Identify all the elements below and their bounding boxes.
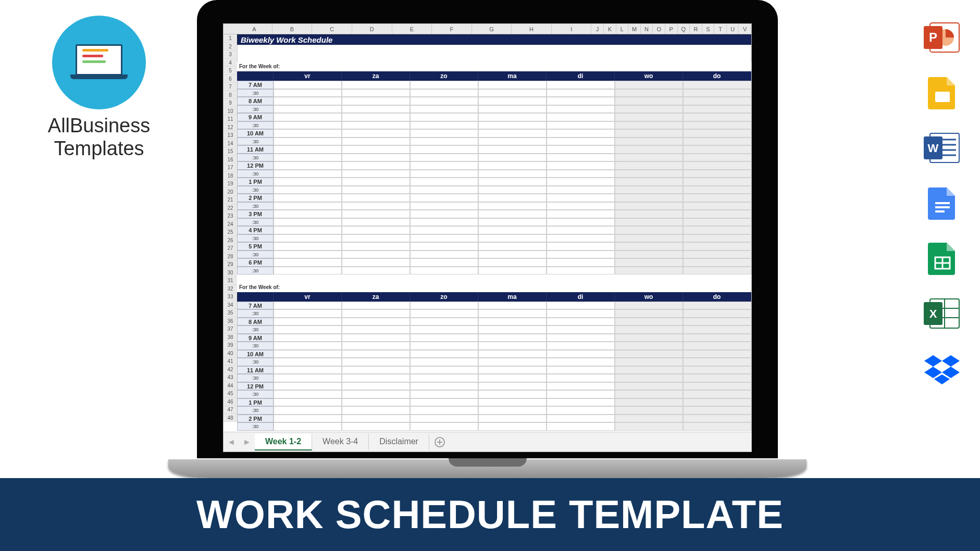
brand-circle-icon xyxy=(52,16,146,109)
schedule-grid-2[interactable]: 7 AM:308 AM:309 AM:3010 AM:3011 AM:3012 … xyxy=(237,302,751,431)
spreadsheet-screen: ABCDEFGHIJKLMNOPQRSTUV 12345678910111213… xyxy=(223,23,752,452)
week-label-2[interactable]: For the Week of: xyxy=(237,283,751,292)
add-sheet-button[interactable] xyxy=(429,437,450,447)
column-headers[interactable]: ABCDEFGHIJKLMNOPQRSTUV xyxy=(237,24,751,34)
week-label-1[interactable]: For the Week of: xyxy=(237,62,751,71)
brand-logo: AllBusinessTemplates xyxy=(39,16,159,160)
word-icon[interactable]: W xyxy=(924,131,960,165)
plus-icon xyxy=(435,437,445,447)
svg-text:W: W xyxy=(928,142,939,155)
excel-icon[interactable]: X xyxy=(924,297,960,330)
brand-title: AllBusinessTemplates xyxy=(39,115,159,160)
dropbox-icon[interactable] xyxy=(924,352,960,385)
laptop-mockup: ABCDEFGHIJKLMNOPQRSTUV 12345678910111213… xyxy=(197,0,778,474)
sheet-tab-week-1-2[interactable]: Week 1-2 xyxy=(255,434,312,450)
blank-rows[interactable] xyxy=(237,45,751,62)
svg-text:P: P xyxy=(929,30,937,44)
day-header-row-2[interactable]: vrzazomadiwodo xyxy=(237,292,751,302)
sheet-title[interactable]: Biweekly Work Schedule xyxy=(237,34,751,45)
select-all-corner[interactable] xyxy=(224,24,237,34)
svg-rect-17 xyxy=(935,210,945,212)
sheets-icon[interactable] xyxy=(924,242,960,275)
app-icons-column: P W X xyxy=(924,21,960,385)
docs-icon[interactable] xyxy=(924,186,960,220)
sheet-tab-week-3-4[interactable]: Week 3-4 xyxy=(312,434,369,450)
svg-rect-16 xyxy=(935,206,950,208)
svg-rect-15 xyxy=(935,202,950,204)
schedule-grid-1[interactable]: 7 AM:308 AM:309 AM:3010 AM:3011 AM:3012 … xyxy=(237,81,751,274)
day-header-row-1[interactable]: vrzazomadiwodo xyxy=(237,71,751,81)
slides-icon[interactable] xyxy=(924,76,960,109)
page-title-banner: WORK SCHEDULE TEMPLATE xyxy=(0,478,980,551)
svg-rect-7 xyxy=(935,92,950,102)
tab-prev-icon[interactable]: ◄ xyxy=(224,437,239,447)
tab-next-icon[interactable]: ► xyxy=(239,437,255,447)
sheet-tab-disclaimer[interactable]: Disclaimer xyxy=(369,434,429,450)
sheet-tabs: ◄ ► Week 1-2Week 3-4Disclaimer xyxy=(224,432,751,452)
svg-text:X: X xyxy=(929,307,937,320)
row-headers[interactable]: 1234567891011121314151617181920212223242… xyxy=(224,34,237,422)
powerpoint-icon[interactable]: P xyxy=(924,21,960,54)
